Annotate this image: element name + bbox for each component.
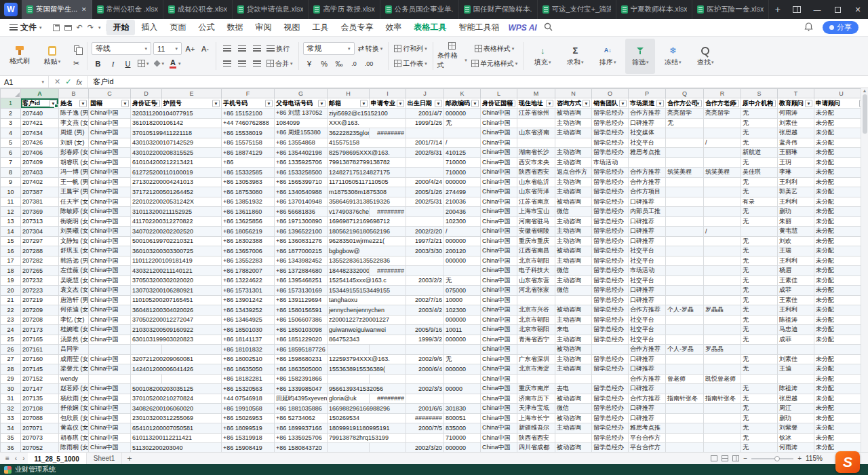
cell[interactable]: 主动咨询: [555, 354, 592, 364]
row-number[interactable]: 4: [1, 128, 21, 138]
cell[interactable]: 360481200304020026: [131, 305, 222, 316]
cell[interactable]: China中国: [481, 423, 517, 434]
cell[interactable]: 无: [444, 276, 481, 286]
cell[interactable]: +86 13851932: [222, 197, 275, 207]
freeze-tool-button[interactable]: ❄冻结▾: [658, 39, 688, 74]
system-app-icon[interactable]: [4, 466, 12, 474]
cell[interactable]: 新疆维吾尔: [517, 423, 555, 434]
cell[interactable]: 吕同学: [59, 345, 89, 355]
cell[interactable]: +86 周煜155380: [275, 128, 328, 138]
sheet-tab[interactable]: Sheet1: [87, 453, 123, 464]
cell[interactable]: 135522836135522836: [328, 256, 406, 266]
cell[interactable]: China中国: [89, 295, 131, 305]
cell[interactable]: [666, 335, 704, 345]
column-letter[interactable]: K: [444, 89, 481, 98]
cell[interactable]: 杨眉: [778, 266, 814, 276]
cell[interactable]: 10011: [444, 325, 481, 335]
cell[interactable]: 社交媒体: [629, 128, 666, 138]
cell[interactable]: 留学总经办: [592, 305, 629, 316]
more-quick-icons[interactable]: ▾: [98, 25, 101, 30]
cell[interactable]: 415575158: [328, 138, 406, 148]
cell[interactable]: 市场活动: [592, 157, 629, 168]
cell[interactable]: 口碑推荐: [629, 354, 666, 364]
column-header-cell[interactable]: ▼出生日期: [406, 98, 444, 109]
cell[interactable]: 筑笑美程: [666, 168, 704, 178]
cell[interactable]: 河南省驻马: [517, 216, 555, 227]
menu-item[interactable]: 数据: [220, 20, 249, 35]
cell[interactable]: +86 17882007: [222, 266, 275, 276]
align-middle-button[interactable]: [235, 42, 248, 55]
cell[interactable]: 黄嘉仪 (女: [59, 423, 89, 434]
cell[interactable]: +86 1339985047: [275, 384, 328, 394]
file-tab[interactable]: 常州公积金 .xlsx: [92, 0, 163, 19]
cell[interactable]: +86 1850103098: [275, 325, 328, 335]
cell[interactable]: [406, 128, 444, 138]
menu-item[interactable]: 工具: [306, 20, 334, 35]
cell[interactable]: 合作方推荐: [629, 168, 666, 178]
cell[interactable]: ########: [370, 128, 406, 138]
cell[interactable]: China中国: [481, 295, 517, 305]
cell[interactable]: 上海市宝山: [517, 207, 555, 217]
file-tab[interactable]: 医护五险一金.xlsx: [692, 0, 769, 19]
cell[interactable]: [162, 374, 222, 384]
cell[interactable]: [666, 227, 704, 237]
cell[interactable]: 留学总经办: [592, 187, 629, 197]
cell[interactable]: 留学总经办: [592, 394, 629, 404]
column-header-cell[interactable]: ▼护照号: [162, 98, 222, 109]
cell[interactable]: 新航道: [741, 148, 778, 158]
menu-item[interactable]: 智能工具箱: [452, 20, 505, 35]
menu-item[interactable]: 会员专享: [334, 20, 379, 35]
cell[interactable]: 山东省临沂: [517, 177, 555, 187]
cell[interactable]: 留学总经办: [592, 354, 629, 364]
cell[interactable]: +86 1573130169: [275, 286, 328, 296]
cell[interactable]: 留学总经办: [592, 148, 629, 158]
filter-dropdown-icon[interactable]: ▼: [508, 100, 515, 107]
cell[interactable]: 无: [741, 138, 778, 148]
font-name-select[interactable]: 等线▾: [92, 42, 151, 55]
filter-dropdown-icon[interactable]: ▼: [318, 100, 326, 107]
sort-tool-button[interactable]: A↓排序▾: [593, 39, 623, 74]
cell[interactable]: 重庆市重庆: [517, 236, 555, 246]
cell[interactable]: +86 1396522100: [275, 227, 328, 237]
cell[interactable]: [666, 423, 704, 434]
cell[interactable]: 合作方项目: [629, 187, 666, 197]
cell[interactable]: +86 13611860: [222, 207, 275, 217]
cell[interactable]: 主动咨询: [555, 177, 592, 187]
cell[interactable]: 罗晶晶: [704, 305, 741, 316]
cell[interactable]: 重庆市南岸: [517, 384, 555, 394]
cell[interactable]: [666, 413, 704, 423]
cell[interactable]: 320311200104077915: [131, 109, 222, 119]
cell[interactable]: 留学总经办: [592, 168, 629, 178]
cell[interactable]: 2002/8/31: [406, 148, 444, 158]
cell[interactable]: [328, 374, 370, 384]
cell[interactable]: China中国: [481, 305, 517, 316]
cell[interactable]: 207052: [21, 443, 59, 453]
cell[interactable]: China中国: [89, 148, 131, 158]
cell[interactable]: ########: [370, 266, 406, 276]
cell[interactable]: [555, 138, 592, 148]
filter-dropdown-icon[interactable]: ▼: [656, 100, 664, 107]
cell[interactable]: 天津市宝坻: [517, 404, 555, 414]
cell[interactable]: 180999191180995191: [328, 423, 406, 434]
cancel-entry-icon[interactable]: ✕: [54, 77, 60, 86]
cell[interactable]: 主动咨询: [555, 157, 592, 168]
cell[interactable]: 留学总经办: [592, 286, 629, 296]
cell[interactable]: [666, 177, 704, 187]
number-format-select[interactable]: 常规▾: [303, 42, 355, 55]
taskbar-app-label[interactable]: 业财管理系统: [15, 465, 56, 474]
cell[interactable]: 陕西省西安: [517, 168, 555, 178]
filter-dropdown-icon[interactable]: ▼: [768, 100, 776, 107]
cell[interactable]: 207161: [21, 345, 59, 355]
cell[interactable]: 北京市朝阳: [517, 315, 555, 325]
cell[interactable]: 合作方推荐: [629, 305, 666, 316]
convert-button[interactable]: ⇄转换▾: [357, 42, 384, 55]
cell[interactable]: 梁馨元 (女: [59, 364, 89, 375]
cell[interactable]: China中国: [481, 364, 517, 375]
cell[interactable]: 207208: [21, 315, 59, 325]
cell[interactable]: +86 13464925: [222, 315, 275, 325]
filter-dropdown-icon[interactable]: ▼: [397, 100, 404, 107]
cell[interactable]: [555, 295, 592, 305]
cell[interactable]: +86 18302388: [222, 236, 275, 246]
cell[interactable]: +86 13439252: [222, 305, 275, 316]
column-header-cell[interactable]: ▼姓名: [59, 98, 89, 109]
